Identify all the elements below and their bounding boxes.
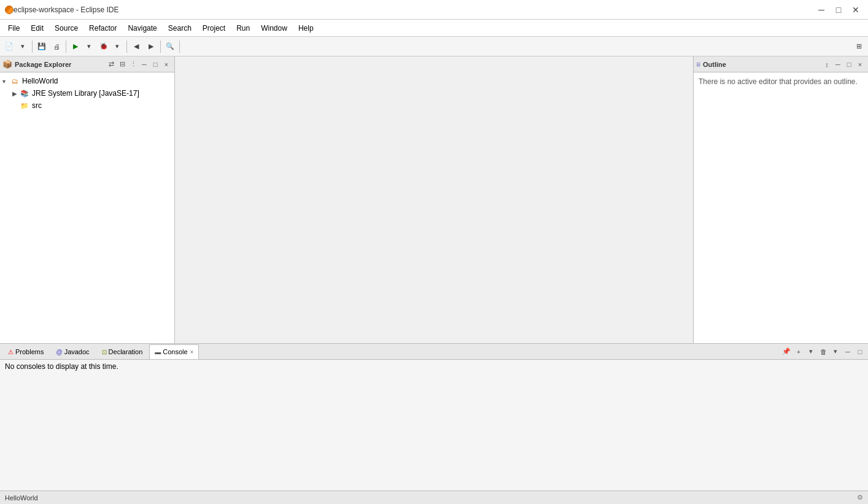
main-layout: 📦 Package Explorer ⇄ ⊟ ⋮ ─ □ × ▾ 🗂 Hello… <box>0 56 868 490</box>
status-project: HelloWorld <box>5 494 38 502</box>
jre-label: JRE System Library [JavaSE-17] <box>32 89 139 98</box>
bottom-maximize-btn[interactable]: □ <box>854 346 866 357</box>
toolbar-run-group: ▶ ▾ <box>69 40 96 53</box>
bottom-tabs: ⚠ Problems @ Javadoc ⊡ Declaration ▬ Con… <box>0 344 868 360</box>
package-explorer-maximize-btn[interactable]: □ <box>150 59 161 70</box>
console-pin-btn[interactable]: 📌 <box>781 346 792 357</box>
menu-search[interactable]: Search <box>163 21 197 36</box>
outline-sort-btn[interactable]: ↕ <box>821 59 832 70</box>
package-explorer-collapse-btn[interactable]: ⊟ <box>117 59 128 70</box>
new-button[interactable]: 📄 <box>2 40 16 53</box>
package-explorer-menu-btn[interactable]: ⋮ <box>128 59 139 70</box>
toolbar-separator-1 <box>32 41 33 53</box>
tree-item-helloworld[interactable]: ▾ 🗂 HelloWorld <box>0 75 174 87</box>
menu-bar: File Edit Source Refactor Navigate Searc… <box>0 20 868 37</box>
tree-item-src[interactable]: 📁 src <box>10 99 174 112</box>
menu-window[interactable]: Window <box>255 21 293 36</box>
window-controls: ─ □ ✕ <box>814 2 863 17</box>
console-icon: ▬ <box>155 349 161 355</box>
debug-dropdown[interactable]: ▾ <box>110 40 124 53</box>
console-new-btn[interactable]: + <box>793 346 804 357</box>
toolbar-separator-4 <box>160 41 161 53</box>
menu-run[interactable]: Run <box>231 21 255 36</box>
package-tree: ▾ 🗂 HelloWorld ▶ 📚 JRE System Library [J… <box>0 72 174 343</box>
menu-edit[interactable]: Edit <box>25 21 49 36</box>
outline-panel: ≡ Outline ↕ ─ □ × There is no active edi… <box>693 56 868 343</box>
editor-area <box>175 56 693 343</box>
window-title: eclipse-workspace - Eclipse IDE <box>14 6 814 14</box>
prev-edit-button[interactable]: ◀ <box>130 40 143 53</box>
toolbar: 📄 ▾ 💾 🖨 ▶ ▾ 🐞 ▾ ◀ ▶ 🔍 ⊞ <box>0 37 868 56</box>
menu-navigate[interactable]: Navigate <box>122 21 162 36</box>
tree-item-jre[interactable]: ▶ 📚 JRE System Library [JavaSE-17] <box>10 87 174 99</box>
project-icon: 🗂 <box>10 76 20 86</box>
menu-refactor[interactable]: Refactor <box>83 21 122 36</box>
perspectives-button[interactable]: ⊞ <box>852 40 866 53</box>
outline-header: ≡ Outline ↕ ─ □ × <box>694 56 868 72</box>
package-explorer-panel: 📦 Package Explorer ⇄ ⊟ ⋮ ─ □ × ▾ 🗂 Hello… <box>0 56 175 343</box>
declaration-icon: ⊡ <box>102 349 107 355</box>
package-explorer-close-btn[interactable]: × <box>161 59 172 70</box>
package-explorer-header: 📦 Package Explorer ⇄ ⊟ ⋮ ─ □ × <box>0 56 174 72</box>
outline-icon: ≡ <box>696 60 700 69</box>
console-no-console-message: No consoles to display at this time. <box>0 360 868 373</box>
console-close-btn[interactable]: × <box>190 349 194 355</box>
maximize-button[interactable]: □ <box>831 2 846 17</box>
close-button[interactable]: ✕ <box>848 2 863 17</box>
tab-declaration-label: Declaration <box>109 348 143 355</box>
toolbar-debug-group: 🐞 ▾ <box>97 40 124 53</box>
src-label: src <box>32 101 42 110</box>
package-explorer-icon: 📦 <box>2 60 12 69</box>
toolbar-new-group: 📄 ▾ <box>2 40 29 53</box>
app-icon <box>5 6 14 14</box>
outline-title: Outline <box>703 61 821 68</box>
status-settings-icon: ⚙ <box>857 494 863 502</box>
outline-minimize-btn[interactable]: ─ <box>832 59 843 70</box>
menu-project[interactable]: Project <box>197 21 231 36</box>
outline-message: There is no active editor that provides … <box>699 77 858 86</box>
tab-problems[interactable]: ⚠ Problems <box>2 344 49 359</box>
tab-declaration[interactable]: ⊡ Declaration <box>96 344 149 359</box>
content-area: 📦 Package Explorer ⇄ ⊟ ⋮ ─ □ × ▾ 🗂 Hello… <box>0 56 868 343</box>
bottom-minimize-btn[interactable]: ─ <box>842 346 853 357</box>
console-scroll-btn[interactable]: ▾ <box>830 346 841 357</box>
problems-icon: ⚠ <box>8 349 14 355</box>
search-button[interactable]: 🔍 <box>163 40 177 53</box>
menu-help[interactable]: Help <box>293 21 319 36</box>
package-explorer-title: Package Explorer <box>15 61 106 68</box>
package-explorer-sync-btn[interactable]: ⇄ <box>106 59 117 70</box>
tab-javadoc-label: Javadoc <box>64 348 90 355</box>
new-dropdown[interactable]: ▾ <box>16 40 29 53</box>
toolbar-separator-5 <box>179 41 180 53</box>
debug-button[interactable]: 🐞 <box>97 40 110 53</box>
bottom-content: No consoles to display at this time. <box>0 360 868 490</box>
tab-javadoc[interactable]: @ Javadoc <box>50 344 95 359</box>
project-label: HelloWorld <box>22 77 58 85</box>
print-button[interactable]: 🖨 <box>50 40 63 53</box>
save-button[interactable]: 💾 <box>35 40 48 53</box>
jre-icon: 📚 <box>20 88 29 98</box>
next-edit-button[interactable]: ▶ <box>144 40 158 53</box>
title-bar: eclipse-workspace - Eclipse IDE ─ □ ✕ <box>0 0 868 20</box>
outline-maximize-btn[interactable]: □ <box>843 59 854 70</box>
console-open-btn[interactable]: ▾ <box>805 346 816 357</box>
menu-source[interactable]: Source <box>49 21 83 36</box>
tab-console-label: Console <box>163 348 187 355</box>
console-clear-btn[interactable]: 🗑 <box>818 346 829 357</box>
status-bar: HelloWorld ⚙ <box>0 490 868 504</box>
tree-arrow-src <box>12 103 20 109</box>
bottom-panel: ⚠ Problems @ Javadoc ⊡ Declaration ▬ Con… <box>0 343 868 490</box>
tree-arrow-jre: ▶ <box>12 90 20 97</box>
tree-arrow-helloworld: ▾ <box>2 78 10 85</box>
run-dropdown[interactable]: ▾ <box>82 40 96 53</box>
tab-problems-label: Problems <box>15 348 44 355</box>
bottom-toolbar: 📌 + ▾ 🗑 ▾ ─ □ <box>781 346 866 357</box>
run-button[interactable]: ▶ <box>69 40 82 53</box>
menu-file[interactable]: File <box>2 21 25 36</box>
toolbar-separator-2 <box>66 41 66 53</box>
tab-console[interactable]: ▬ Console × <box>149 344 199 359</box>
javadoc-icon: @ <box>56 349 62 355</box>
outline-close-btn[interactable]: × <box>854 59 866 70</box>
minimize-button[interactable]: ─ <box>814 2 829 17</box>
package-explorer-minimize-btn[interactable]: ─ <box>139 59 150 70</box>
